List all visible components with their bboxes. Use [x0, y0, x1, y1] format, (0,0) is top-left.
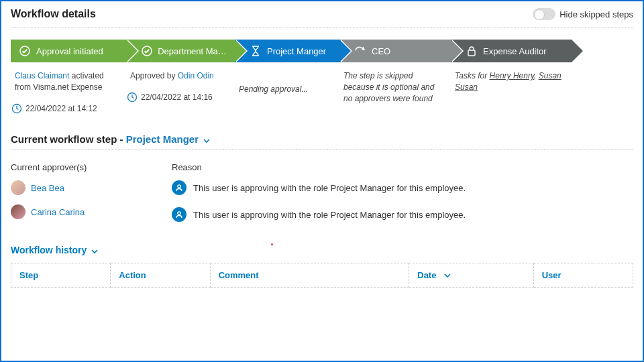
- step-expense-auditor[interactable]: Expense Auditor: [451, 40, 572, 62]
- step-info: The step is skipped because it is option…: [339, 66, 451, 104]
- sep: ,: [534, 71, 539, 80]
- current-step-link[interactable]: Project Manger: [126, 133, 199, 145]
- approver-item: Carina Carina: [11, 204, 145, 219]
- step-info: Pending approval...: [235, 66, 339, 95]
- toggle-switch[interactable]: [533, 8, 555, 20]
- col-date[interactable]: Date: [409, 263, 533, 288]
- step-label: Department Man...: [158, 46, 227, 56]
- workflow-history-toggle[interactable]: Workflow history: [11, 245, 633, 256]
- actor-link[interactable]: Odin Odin: [178, 71, 214, 80]
- workflow-steps: Approval initiated Department Man... Pro…: [11, 40, 633, 62]
- reason-item: This user is approving with the role Pro…: [172, 180, 466, 195]
- svg-point-6: [178, 212, 180, 215]
- actor-link[interactable]: Claus Claimant: [15, 71, 69, 80]
- col-step[interactable]: Step: [11, 263, 111, 288]
- timestamp-text: 22/04/2022 at 14:12: [25, 104, 97, 113]
- timestamp: 22/04/2022 at 14:16: [126, 91, 235, 103]
- col-comment[interactable]: Comment: [210, 263, 409, 288]
- approver-link[interactable]: Carina Carina: [31, 207, 85, 217]
- reason-item: This user is approving with the role Pro…: [172, 207, 466, 222]
- assignee-link[interactable]: Henry Henry: [490, 71, 534, 80]
- avatar: [11, 204, 25, 219]
- step-label: CEO: [372, 46, 390, 56]
- current-step-prefix: Current workflow step -: [11, 133, 126, 145]
- chevron-down-icon: [444, 270, 451, 280]
- approvers-column-label: Current approver(s): [11, 162, 145, 172]
- workflow-history-label: Workflow history: [11, 245, 87, 255]
- timestamp: 22/04/2022 at 14:12: [11, 103, 126, 115]
- divider: [11, 149, 633, 150]
- tasks-prefix: Tasks for: [455, 71, 490, 80]
- reason-text: This user is approving with the role Pro…: [193, 183, 466, 193]
- step-project-manager[interactable]: Project Manger: [235, 40, 339, 62]
- current-step-heading: Current workflow step - Project Manger: [11, 133, 633, 146]
- clock-icon: [11, 103, 23, 115]
- approver-link[interactable]: Bea Bea: [31, 183, 64, 193]
- step-department-manager[interactable]: Department Man...: [126, 40, 235, 62]
- skip-note: The step is skipped because it is option…: [343, 71, 434, 103]
- step-approval-initiated[interactable]: Approval initiated: [11, 40, 126, 62]
- skip-icon: [354, 45, 366, 57]
- avatar: [11, 180, 25, 195]
- step-ceo[interactable]: CEO: [339, 40, 451, 62]
- chevron-down-icon: [91, 245, 98, 256]
- page-title: Workflow details: [11, 8, 96, 20]
- role-badge-icon: [172, 180, 186, 195]
- col-date-label: Date: [417, 270, 436, 280]
- reason-column-label: Reason: [172, 162, 466, 172]
- role-badge-icon: [172, 207, 186, 222]
- hourglass-icon: [250, 45, 262, 57]
- chevron-down-icon[interactable]: [203, 134, 210, 145]
- step-label: Approval initiated: [36, 46, 103, 56]
- check-circle-icon: [141, 45, 152, 57]
- timestamp-text: 22/04/2022 at 14:16: [141, 93, 213, 102]
- svg-point-5: [178, 185, 180, 188]
- toggle-label: Hide skipped steps: [559, 9, 633, 19]
- step-label: Expense Auditor: [483, 46, 547, 56]
- hide-skipped-toggle[interactable]: Hide skipped steps: [533, 8, 633, 20]
- history-table: Step Action Comment Date User: [11, 263, 633, 288]
- reason-text: This user is approving with the role Pro…: [193, 210, 466, 220]
- step-info-text: Approved by: [130, 71, 178, 80]
- step-info: Approved by Odin Odin: [126, 66, 235, 82]
- step-info: Tasks for Henry Henry, Susan Susan: [451, 66, 572, 93]
- lock-icon: [466, 45, 478, 57]
- approver-item: Bea Bea: [11, 180, 145, 195]
- check-circle-icon: [19, 45, 31, 57]
- svg-rect-2: [468, 50, 475, 56]
- step-label: Project Manger: [267, 46, 326, 56]
- pending-text: Pending approval...: [239, 84, 308, 94]
- step-info: Claus Claimant activated from Visma.net …: [11, 66, 126, 93]
- divider: [11, 27, 633, 27]
- col-action[interactable]: Action: [111, 263, 210, 288]
- clock-icon: [126, 91, 138, 103]
- col-user[interactable]: User: [533, 263, 633, 288]
